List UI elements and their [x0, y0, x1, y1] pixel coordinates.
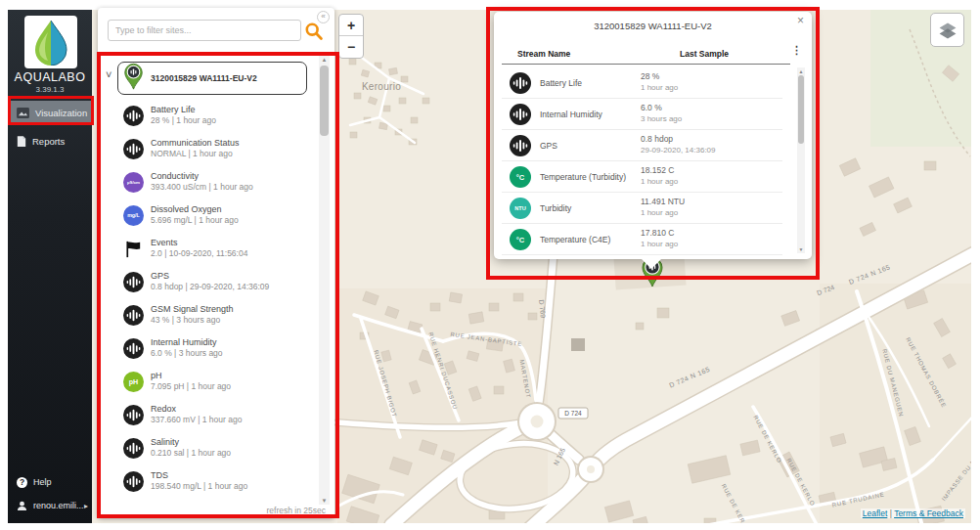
stream-item-salinity[interactable]: Salinity 0.210 sal | 1 hour ago: [123, 436, 397, 467]
popup-stream-name: Battery Life: [540, 78, 582, 88]
user-expand-arrow-icon: ▸: [84, 502, 88, 510]
attribution-separator: |: [890, 508, 892, 518]
gps-icon: [123, 272, 144, 292]
filter-sites-input[interactable]: [108, 20, 301, 41]
stream-item-gps[interactable]: GPS 0.8 hdop | 29-09-2020, 14:36:09: [123, 270, 397, 301]
stream-item-tds[interactable]: TDS 198.540 mg/L | 1 hour ago: [123, 469, 397, 501]
internal-humidity-icon: [123, 338, 144, 359]
stream-item-internal-humidity[interactable]: Internal Humidity 6.0 % | 3 hours ago: [123, 336, 397, 368]
svg-text:pH: pH: [129, 378, 139, 386]
popup-title: 3120015829 WA1111-EU-V2: [494, 21, 812, 31]
scroll-up-icon[interactable]: ▲: [319, 57, 330, 63]
popup-row-battery-life[interactable]: Battery Life 28 % 1 hour ago: [494, 67, 812, 99]
sites-panel: « ˅ 3120015829 WA1111-EU-V2 Battery Life…: [98, 8, 334, 518]
stream-name: Events: [151, 237, 247, 248]
column-header-stream-name: Stream Name: [517, 49, 570, 59]
popup-row-internal-humidity[interactable]: Internal Humidity 6.0 % 3 hours ago: [494, 99, 812, 130]
popup-sample-time: 1 hour ago: [641, 83, 678, 92]
stream-item-ph[interactable]: pH pH 7.095 pH | 1 hour ago: [123, 370, 397, 401]
sidebar-item-reports[interactable]: Reports: [8, 129, 92, 154]
popup-row-gps[interactable]: GPS 0.8 hdop 29-09-2020, 14:36:09: [494, 130, 812, 161]
stream-item-events[interactable]: Events 2.0 | 10-09-2020, 11:56:04: [123, 237, 397, 268]
aqualabo-logo: [24, 16, 77, 68]
help-label: Help: [33, 477, 52, 487]
stream-item-dissolved-oxygen[interactable]: mg/L Dissolved Oxygen 5.696 mg/L | 1 hou…: [123, 203, 397, 235]
stream-text: TDS 198.540 mg/L | 1 hour ago: [151, 469, 247, 501]
terms-feedback-link[interactable]: Terms & Feedback: [894, 508, 963, 518]
svg-text:°C: °C: [516, 173, 525, 182]
user-label: renou.emili...: [33, 501, 84, 510]
popup-sample-value: 11.491 NTU: [641, 197, 685, 206]
map-label-kerourio: Kerourio: [362, 81, 401, 92]
tds-icon: [123, 471, 144, 492]
site-collapse-caret[interactable]: ˅: [106, 68, 111, 80]
stream-detail: 393.400 uS/cm | 1 hour ago: [151, 182, 253, 193]
popup-sample-time: 3 hours ago: [641, 114, 682, 123]
popup-row-turbidity[interactable]: NTU Turbidity 11.491 NTU 1 hour ago: [494, 193, 812, 224]
popup-stream-name: Internal Humidity: [540, 110, 602, 119]
stream-item-redox[interactable]: Redox 337.660 mV | 1 hour ago: [123, 403, 397, 434]
sidebar-item-label: Reports: [32, 136, 65, 147]
search-icon: [304, 22, 324, 41]
popup-scrollbar-thumb[interactable]: [798, 75, 804, 144]
list-scrollbar-thumb[interactable]: [320, 66, 329, 136]
stream-text: Redox 337.660 mV | 1 hour ago: [151, 403, 242, 434]
map-zoom-control: + −: [338, 14, 364, 59]
site-header[interactable]: 3120015829 WA1111-EU-V2: [117, 62, 307, 95]
stream-text: Communication Status NORMAL | 1 hour ago: [151, 137, 240, 168]
stream-text: Internal Humidity 6.0 % | 3 hours ago: [151, 336, 223, 368]
layers-control-button[interactable]: [930, 13, 964, 47]
temperature-c4e-icon: °C: [510, 229, 531, 250]
stream-text: Dissolved Oxygen 5.696 mg/L | 1 hour ago: [151, 203, 239, 235]
stream-name: GSM Signal Strength: [151, 303, 234, 315]
stream-name: Communication Status: [151, 137, 240, 149]
stream-text: Conductivity 393.400 uS/cm | 1 hour ago: [151, 170, 253, 201]
zoom-in-button[interactable]: +: [339, 15, 363, 36]
popup-close-icon[interactable]: ×: [797, 14, 804, 27]
sidebar-item-visualization[interactable]: Visualization: [8, 101, 92, 125]
help-icon: ?: [17, 477, 27, 488]
help-button[interactable]: ? Help: [8, 473, 92, 491]
row-divider: [502, 254, 782, 255]
battery-life-icon: [123, 106, 144, 126]
stream-item-conductivity[interactable]: µS/cm Conductivity 393.400 uS/cm | 1 hou…: [123, 170, 397, 201]
site-popup: 3120015829 WA1111-EU-V2 × Stream Name La…: [494, 12, 812, 259]
stream-name: TDS: [151, 469, 247, 481]
popup-sample-time: 1 hour ago: [641, 240, 678, 248]
salinity-icon: [123, 438, 144, 459]
zoom-out-button[interactable]: −: [339, 36, 363, 58]
stream-detail: 28 % | 1 hour ago: [151, 115, 216, 126]
battery-life-icon: [510, 72, 531, 94]
search-button[interactable]: [304, 22, 324, 41]
popup-scrollbar[interactable]: ▲ ▼: [797, 67, 805, 253]
stream-item-battery-life[interactable]: Battery Life 28 % | 1 hour ago: [123, 104, 397, 135]
stream-item-gsm-signal-strength[interactable]: GSM Signal Strength 43 % | 3 hours ago: [123, 303, 397, 334]
turbidity-icon: NTU: [510, 198, 531, 219]
sidebar-item-label: Visualization: [35, 108, 87, 118]
popup-row-temperature-c4e[interactable]: °C Temperature (C4E) 17.810 C 1 hour ago: [494, 224, 812, 255]
scroll-down-icon[interactable]: ▼: [797, 246, 805, 252]
leaflet-link[interactable]: Leaflet: [863, 508, 888, 518]
stream-detail: 198.540 mg/L | 1 hour ago: [151, 481, 247, 492]
internal-humidity-icon: [510, 104, 531, 125]
dissolved-oxygen-icon: mg/L: [123, 205, 144, 226]
panel-collapse-icon[interactable]: «: [317, 11, 330, 23]
stream-detail: 7.095 pH | 1 hour ago: [151, 381, 231, 392]
popup-sample-time: 1 hour ago: [641, 177, 678, 186]
column-header-last-sample: Last Sample: [680, 49, 729, 59]
list-scrollbar[interactable]: ▲ ▼: [319, 56, 330, 505]
popup-stream-name: GPS: [540, 141, 557, 151]
map-label-d-724: D 724: [564, 410, 582, 417]
stream-name: Conductivity: [151, 170, 253, 182]
popup-menu-icon[interactable]: ⋮: [791, 44, 802, 57]
sidebar: AQUALABO 3.39.1.3 Visualization Reports …: [8, 10, 92, 523]
scroll-up-icon[interactable]: ▲: [797, 68, 805, 74]
scroll-down-icon[interactable]: ▼: [319, 498, 330, 504]
popup-row-temperature-turbidity[interactable]: °C Temperature (Turbidity) 18.152 C 1 ho…: [494, 161, 812, 193]
stream-item-communication-status[interactable]: Communication Status NORMAL | 1 hour ago: [123, 137, 397, 168]
conductivity-icon: µS/cm: [123, 172, 144, 193]
popup-sample-value: 17.810 C: [641, 228, 675, 238]
events-icon: [123, 239, 144, 259]
user-menu-button[interactable]: renou.emili... ▸: [8, 497, 92, 514]
map-attribution: Leaflet | Terms & Feedback: [861, 508, 965, 518]
